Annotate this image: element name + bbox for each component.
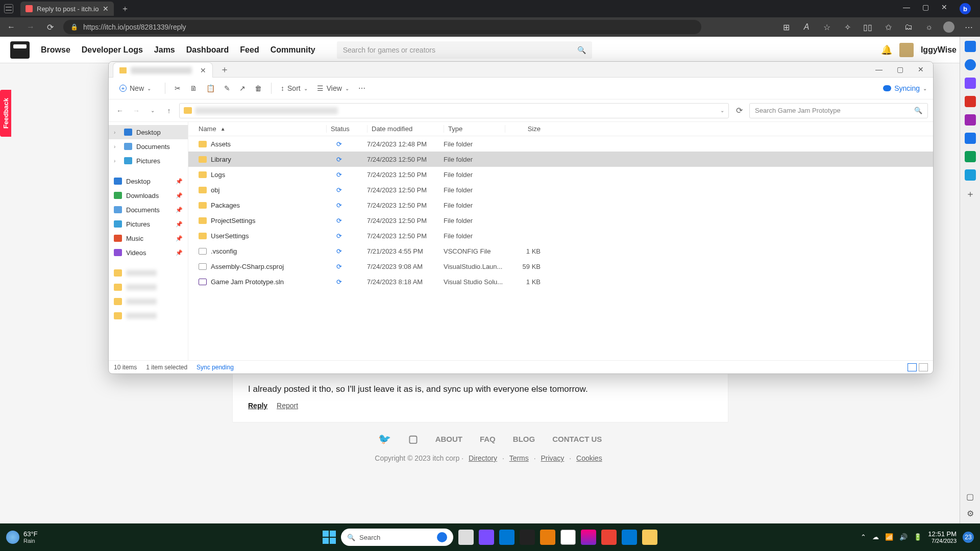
rename-icon[interactable]: ✎ — [224, 84, 230, 92]
file-row[interactable]: UserSettings⟳7/24/2023 12:50 PMFile fold… — [188, 228, 933, 243]
view-grid-icon[interactable] — [919, 363, 928, 371]
col-type[interactable]: Type — [444, 125, 505, 133]
explorer-tab-close-icon[interactable]: ✕ — [200, 66, 206, 74]
username[interactable]: IggyWise — [921, 45, 957, 55]
nav-folder-redacted[interactable] — [109, 309, 188, 323]
new-tab-button[interactable]: ＋ — [121, 4, 129, 14]
nav-devlogs[interactable]: Developer Logs — [82, 45, 143, 55]
more-icon[interactable]: ⋯ — [963, 22, 975, 32]
tray-onedrive-icon[interactable]: ☁ — [872, 533, 879, 541]
blender-icon[interactable] — [540, 530, 555, 545]
nav-folder-redacted[interactable] — [109, 280, 188, 294]
explorer-new-tab-icon[interactable]: ＋ — [220, 63, 229, 76]
explorer-refresh-icon[interactable]: ⟳ — [733, 106, 745, 115]
syncing-status[interactable]: Syncing ⌄ — [883, 84, 927, 92]
col-name[interactable]: Name▲ — [199, 125, 326, 133]
tray-clock[interactable]: 12:51 PM 7/24/2023 — [928, 531, 957, 544]
browser-tab[interactable]: Reply to post - itch.io ✕ — [20, 2, 114, 16]
edge-icon[interactable] — [499, 530, 514, 545]
nav-pinned-videos[interactable]: Videos📌 — [109, 245, 188, 260]
feedback-tab[interactable]: Feedback — [0, 90, 11, 137]
window-minimize[interactable]: — — [903, 3, 910, 14]
sidebar-collapse-icon[interactable]: ▢ — [966, 492, 974, 502]
window-close[interactable]: ✕ — [941, 3, 947, 14]
report-link[interactable]: Report — [277, 402, 298, 410]
chrome-icon[interactable] — [601, 530, 617, 545]
explorer-path[interactable]: ⌄ — [179, 103, 729, 118]
search-icon[interactable]: 🔍 — [577, 46, 586, 54]
nav-community[interactable]: Community — [271, 45, 315, 55]
unity-icon[interactable] — [560, 530, 576, 545]
collections-icon[interactable]: 🗂 — [902, 22, 915, 32]
footer-directory[interactable]: Directory — [469, 454, 497, 462]
view-details-icon[interactable] — [908, 363, 917, 371]
sort-button[interactable]: ↕ Sort ⌄ — [281, 84, 308, 92]
firefox-icon[interactable] — [581, 530, 596, 545]
tray-wifi-icon[interactable]: 📶 — [885, 533, 893, 541]
tray-chevron-icon[interactable]: ⌃ — [861, 533, 866, 541]
sidebar-tools-icon[interactable] — [965, 78, 976, 89]
file-row[interactable]: Game Jam Prototype.sln⟳7/24/2023 8:18 AM… — [188, 274, 933, 289]
itch-logo-icon[interactable] — [10, 41, 30, 59]
nav-back-icon[interactable]: ← — [5, 22, 17, 32]
explorer-search[interactable]: Search Game Jam Prototype 🔍 — [749, 103, 928, 118]
sidebar-chat-icon[interactable] — [965, 41, 976, 52]
sidebar-games-icon[interactable] — [965, 114, 976, 126]
col-status[interactable]: Status — [326, 125, 367, 133]
taskbar-app-icon[interactable] — [479, 530, 494, 545]
nav-browse[interactable]: Browse — [41, 45, 70, 55]
explorer-tab[interactable]: ✕ — [113, 62, 213, 78]
sidebar-add-icon[interactable]: ＋ — [966, 188, 975, 200]
nav-jams[interactable]: Jams — [154, 45, 175, 55]
nav-refresh-icon[interactable]: ⟳ — [44, 22, 56, 32]
window-maximize[interactable]: ▢ — [922, 3, 929, 14]
nav-quick-pictures[interactable]: ›Pictures — [109, 154, 188, 168]
view-button[interactable]: ☰ View ⌄ — [317, 84, 349, 92]
delete-icon[interactable]: 🗑 — [255, 84, 262, 92]
nav-dashboard[interactable]: Dashboard — [186, 45, 229, 55]
file-row[interactable]: Library⟳7/24/2023 12:50 PMFile folder — [188, 152, 933, 167]
user-avatar[interactable] — [899, 43, 914, 57]
tab-close-icon[interactable]: ✕ — [103, 5, 109, 13]
sidebar-drop-icon[interactable] — [965, 169, 976, 181]
nav-quick-desktop[interactable]: ›Desktop — [109, 125, 188, 139]
reply-link[interactable]: Reply — [248, 402, 267, 410]
file-row[interactable]: Logs⟳7/24/2023 12:50 PMFile folder — [188, 167, 933, 182]
split-screen-icon[interactable]: ▯▯ — [862, 22, 874, 32]
share-icon[interactable]: ↗ — [239, 84, 246, 92]
tray-battery-icon[interactable]: 🔋 — [914, 533, 922, 541]
footer-about[interactable]: ABOUT — [435, 435, 462, 443]
task-view-icon[interactable] — [458, 530, 474, 545]
extensions-icon[interactable]: ✧ — [841, 22, 853, 32]
start-button[interactable] — [323, 531, 336, 544]
tray-volume-icon[interactable]: 🔊 — [899, 533, 908, 541]
copy-icon[interactable]: 🗎 — [190, 84, 197, 92]
nav-folder-redacted[interactable] — [109, 266, 188, 280]
sidebar-outlook-icon[interactable] — [965, 151, 976, 162]
paste-icon[interactable]: 📋 — [206, 84, 215, 92]
nav-pinned-downloads[interactable]: Downloads📌 — [109, 188, 188, 203]
footer-faq[interactable]: FAQ — [480, 435, 496, 443]
address-bar[interactable]: 🔒 https://itch.io/post/8281339/reply — [63, 20, 701, 34]
nav-folder-redacted[interactable] — [109, 294, 188, 309]
cut-icon[interactable]: ✂ — [175, 84, 181, 92]
performance-icon[interactable]: ☼ — [923, 22, 935, 32]
explorer-up-icon[interactable]: ↑ — [163, 107, 175, 115]
sidebar-shopping-icon[interactable] — [965, 96, 976, 107]
weather-widget[interactable]: 63°F Rain — [6, 531, 38, 544]
sidebar-office-icon[interactable] — [965, 133, 976, 144]
footer-terms[interactable]: Terms — [509, 454, 529, 462]
file-row[interactable]: Assembly-CSharp.csproj⟳7/24/2023 9:08 AM… — [188, 259, 933, 274]
new-button[interactable]: + New ⌄ — [115, 82, 156, 95]
explorer-minimize[interactable]: — — [875, 65, 883, 73]
explorer-titlebar[interactable]: ✕ ＋ — ▢ ✕ — [109, 62, 933, 77]
notifications-badge[interactable]: 23 — [963, 532, 974, 543]
favorite-icon[interactable]: ☆ — [821, 22, 833, 32]
footer-contact[interactable]: CONTACT US — [552, 435, 602, 443]
col-size[interactable]: Size — [505, 125, 546, 133]
notifications-icon[interactable]: 🔔 — [881, 44, 892, 56]
bing-icon[interactable]: b — [960, 3, 971, 14]
explorer-icon[interactable] — [642, 530, 657, 545]
file-row[interactable]: Assets⟳7/24/2023 12:48 PMFile folder — [188, 136, 933, 152]
nav-pinned-music[interactable]: Music📌 — [109, 231, 188, 245]
